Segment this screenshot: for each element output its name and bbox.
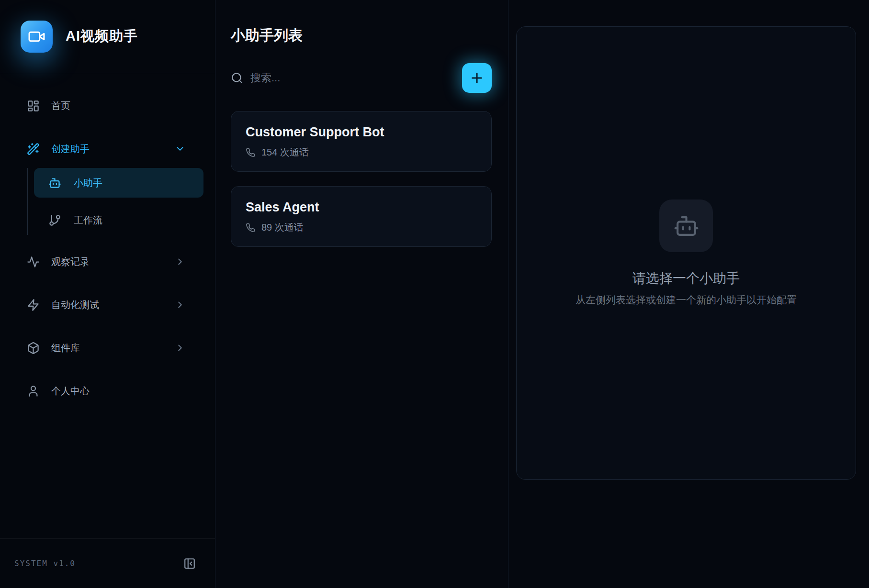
zap-icon bbox=[27, 299, 40, 311]
chevron-right-icon bbox=[175, 256, 185, 267]
sidebar: AI视频助手 首页 创建助手 小助手 工作流 bbox=[0, 0, 215, 588]
call-count-label: 154 次通话 bbox=[261, 146, 309, 159]
assistant-card[interactable]: Customer Support Bot 154 次通话 bbox=[231, 111, 492, 172]
layout-dashboard-icon bbox=[27, 100, 40, 112]
collapse-sidebar-button[interactable] bbox=[183, 557, 196, 570]
chevron-down-icon bbox=[175, 144, 185, 154]
create-assistant-submenu: 小助手 工作流 bbox=[27, 168, 203, 235]
assistant-list-panel: 小助手列表 Customer Support Bot 154 次通话 Sales… bbox=[215, 0, 508, 588]
logo-row: AI视频助手 bbox=[0, 0, 215, 73]
wand-sparkles-icon bbox=[27, 143, 40, 155]
plus-icon bbox=[469, 70, 485, 86]
system-version: SYSTEM v1.0 bbox=[14, 559, 76, 568]
sidebar-item-label: 观察记录 bbox=[51, 255, 163, 268]
sidebar-item-component-library[interactable]: 组件库 bbox=[11, 333, 203, 363]
assistant-call-count: 89 次通话 bbox=[246, 221, 477, 234]
activity-icon bbox=[27, 255, 40, 268]
phone-icon bbox=[246, 148, 255, 157]
sidebar-item-home[interactable]: 首页 bbox=[11, 90, 203, 121]
detail-column: 请选择一个小助手 从左侧列表选择或创建一个新的小助手以开始配置 bbox=[508, 0, 869, 588]
search-row bbox=[231, 63, 492, 93]
call-count-label: 89 次通话 bbox=[261, 221, 304, 234]
sidebar-item-label: 组件库 bbox=[51, 342, 163, 355]
search-input[interactable] bbox=[250, 72, 462, 84]
assistant-call-count: 154 次通话 bbox=[246, 146, 477, 159]
empty-state-subtitle: 从左侧列表选择或创建一个新的小助手以开始配置 bbox=[576, 293, 797, 307]
search-icon bbox=[231, 72, 243, 84]
user-icon bbox=[27, 385, 40, 398]
assistant-cards: Customer Support Bot 154 次通话 Sales Agent… bbox=[231, 111, 492, 247]
assistant-name: Customer Support Bot bbox=[246, 124, 477, 140]
assistant-name: Sales Agent bbox=[246, 199, 477, 215]
sidebar-item-label: 首页 bbox=[51, 100, 185, 112]
sidebar-item-label: 自动化测试 bbox=[51, 299, 163, 311]
sidebar-subitem-label: 工作流 bbox=[74, 214, 102, 227]
assistant-card[interactable]: Sales Agent 89 次通话 bbox=[231, 186, 492, 247]
phone-icon bbox=[246, 223, 255, 233]
app-root: AI视频助手 首页 创建助手 小助手 工作流 bbox=[0, 0, 869, 588]
sidebar-item-label: 个人中心 bbox=[51, 385, 185, 398]
bot-icon bbox=[673, 213, 700, 239]
sidebar-footer: SYSTEM v1.0 bbox=[0, 538, 215, 588]
app-logo bbox=[21, 21, 53, 53]
sidebar-item-label: 创建助手 bbox=[51, 143, 163, 155]
sidebar-item-observation-log[interactable]: 观察记录 bbox=[11, 246, 203, 277]
sidebar-item-create-assistant[interactable]: 创建助手 bbox=[11, 133, 203, 164]
empty-state: 请选择一个小助手 从左侧列表选择或创建一个新的小助手以开始配置 bbox=[576, 200, 797, 307]
sidebar-nav: 首页 创建助手 小助手 工作流 观察记录 bbox=[0, 73, 215, 419]
panel-left-close-icon bbox=[183, 557, 196, 570]
bot-icon bbox=[48, 177, 61, 189]
add-assistant-button[interactable] bbox=[462, 63, 492, 93]
empty-state-icon-box bbox=[659, 200, 713, 252]
sidebar-subitem-assistant[interactable]: 小助手 bbox=[34, 168, 203, 198]
sidebar-item-automated-testing[interactable]: 自动化测试 bbox=[11, 289, 203, 320]
box-icon bbox=[27, 342, 40, 355]
app-title: AI视频助手 bbox=[66, 27, 138, 46]
video-camera-icon bbox=[28, 28, 45, 45]
git-branch-icon bbox=[48, 214, 61, 227]
sidebar-subitem-label: 小助手 bbox=[74, 177, 102, 189]
panel-title: 小助手列表 bbox=[231, 27, 492, 44]
sidebar-item-profile[interactable]: 个人中心 bbox=[11, 376, 203, 406]
chevron-right-icon bbox=[175, 343, 185, 353]
assistant-detail-panel: 请选择一个小助手 从左侧列表选择或创建一个新的小助手以开始配置 bbox=[516, 26, 856, 480]
sidebar-subitem-workflow[interactable]: 工作流 bbox=[34, 205, 203, 235]
chevron-right-icon bbox=[175, 300, 185, 310]
empty-state-title: 请选择一个小助手 bbox=[632, 270, 740, 287]
